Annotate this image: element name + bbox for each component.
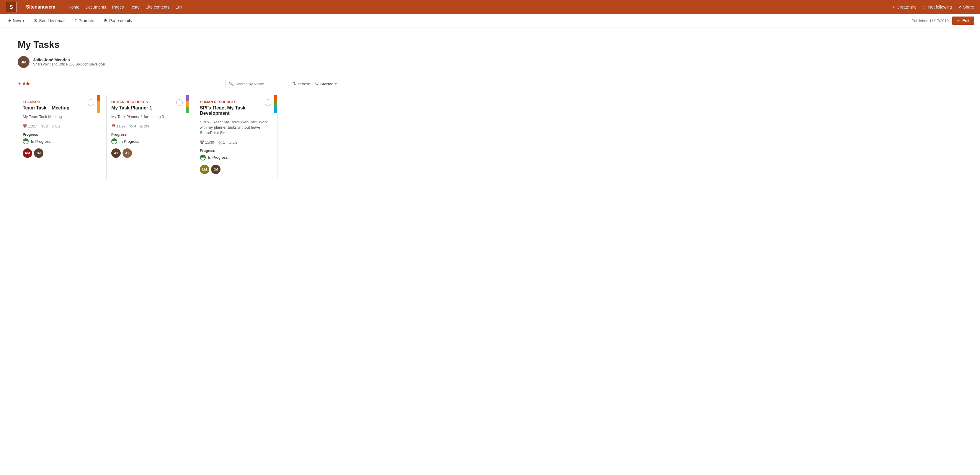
avatar: JM (18, 56, 30, 68)
send-email-label: Send by email (39, 18, 65, 23)
card-avatars: LM JM (200, 165, 272, 174)
site-logo: S (6, 2, 16, 13)
color-segment-1 (186, 95, 189, 101)
attachment-count: 2 (46, 124, 48, 128)
card-color-bar (186, 95, 189, 113)
nav-teste[interactable]: Teste (130, 5, 139, 10)
color-segment-2 (186, 101, 189, 107)
search-box[interactable]: 🔍 (226, 79, 288, 88)
card-check-button[interactable] (88, 99, 94, 106)
meta-date: 📅 11/30 (200, 140, 214, 145)
share-action[interactable]: ↗ Share (958, 5, 974, 10)
add-label: Add (23, 81, 31, 86)
nav-documents[interactable]: Documents (85, 5, 106, 10)
toolbar-left: + New ▾ ✉ Send by email ⤴ Promote ⚙ Page… (6, 17, 134, 24)
card-check-button[interactable] (265, 99, 271, 106)
new-button[interactable]: + New ▾ (6, 17, 27, 24)
not-following-action[interactable]: ☆ Not following (923, 5, 952, 10)
promote-label: Promote (78, 18, 94, 23)
card-meta: 📅 11/27 📎 2 ☑ 0/2 (23, 124, 95, 128)
card-progress-label: Progress (23, 132, 95, 137)
card-progress-label: Progress (111, 132, 184, 137)
new-chevron-icon: ▾ (23, 19, 24, 22)
toolbar-right: Published 11/17/2019 ✏ Edit (912, 16, 974, 25)
gear-icon: ⚙ (103, 18, 107, 23)
tasks-controls: 🔍 ↻ refresh ⛉ Started ▾ (226, 79, 337, 88)
share-icon: ↗ (958, 5, 961, 10)
top-nav-right: + Create site ☆ Not following ↗ Share (892, 5, 974, 10)
email-icon: ✉ (33, 18, 37, 23)
checklist-value: 0/2 (232, 140, 238, 145)
add-icon: + (18, 81, 21, 87)
nav-pages[interactable]: Pages (112, 5, 124, 10)
card-desc: My Task Planner 1 for testing 3 (111, 114, 184, 119)
card-meta: 📅 11/30 📎 1 ☑ 0/2 (200, 140, 272, 145)
card-color-bar (274, 95, 277, 113)
avatar: JM (34, 148, 43, 158)
new-plus-icon: + (8, 18, 11, 23)
share-label: Share (963, 5, 974, 10)
color-segment-3 (97, 107, 100, 113)
calendar-icon: 📅 (200, 140, 204, 145)
attachment-count: 1 (223, 140, 225, 145)
create-site-label: Create site (897, 5, 917, 10)
edit-button[interactable]: ✏ Edit (952, 16, 974, 25)
search-icon: 🔍 (229, 81, 234, 86)
nav-home[interactable]: Home (68, 5, 80, 10)
paperclip-icon: 📎 (40, 124, 45, 128)
attachment-count: 4 (134, 124, 136, 128)
send-email-button[interactable]: ✉ Send by email (31, 17, 68, 24)
avatar: A1 (111, 148, 121, 158)
card-avatars: RM JM (23, 148, 95, 158)
author-row: JM João José Mendes SharePoint and Offic… (18, 56, 337, 68)
color-segment-1 (97, 95, 100, 101)
star-icon: ☆ (923, 5, 926, 10)
card-progress-value: In Progress (111, 138, 184, 144)
add-button[interactable]: + Add (18, 81, 31, 87)
card-progress-value: In Progress (200, 155, 272, 160)
card-title: My Task Planner 1 (111, 105, 184, 111)
color-segment-1 (274, 95, 277, 101)
calendar-icon: 📅 (23, 124, 27, 128)
nav-site-contents[interactable]: Site contents (146, 5, 169, 10)
search-input[interactable] (235, 82, 285, 86)
color-segment-2 (97, 101, 100, 107)
card-bucket: Human Resources (200, 100, 272, 104)
author-role: SharePoint and Office 365 Solution Devel… (33, 62, 105, 67)
not-following-label: Not following (928, 5, 952, 10)
meta-attachments: 📎 1 (218, 140, 225, 145)
refresh-button[interactable]: ↻ refresh (293, 81, 310, 86)
meta-date: 📅 11/27 (23, 124, 37, 128)
progress-text: In Progress (31, 139, 51, 144)
avatar: JM (211, 165, 221, 174)
card-bucket: Human Resources (111, 100, 184, 104)
table-row: Human Resources My Task Planner 1 My Tas… (106, 95, 189, 179)
progress-icon (23, 138, 29, 144)
checkbox-icon: ☑ (229, 140, 232, 145)
card-title: Team Task – Meeting (23, 105, 95, 111)
date-value: 11/27 (28, 124, 37, 128)
meta-attachments: 📎 4 (129, 124, 136, 128)
color-segment-3 (186, 107, 189, 113)
card-meta: 📅 11/29 📎 4 ☑ 2/4 (111, 124, 184, 128)
nav-edit[interactable]: Edit (175, 5, 183, 10)
filter-button[interactable]: ⛉ Started ▾ (315, 82, 337, 86)
promote-button[interactable]: ⤴ Promote (72, 17, 97, 24)
card-title: SPFx React My Task – Development (200, 105, 272, 116)
author-initials: JM (21, 60, 26, 64)
pencil-icon: ✏ (957, 18, 961, 23)
color-segment-2 (274, 101, 277, 107)
refresh-icon: ↻ (293, 81, 297, 86)
cards-grid: TeamsRH Team Task – Meeting My Team Task… (18, 95, 337, 179)
color-segment-3 (274, 107, 277, 113)
card-desc: SPFx - React My Tasks Web Part, Work wit… (200, 119, 272, 136)
checklist-value: 2/4 (144, 124, 149, 128)
avatar: RM (23, 148, 32, 158)
avatar: A2 (123, 148, 132, 158)
page-details-button[interactable]: ⚙ Page details (101, 17, 134, 24)
filter-label: Started (320, 82, 334, 86)
page-content: My Tasks JM João José Mendes SharePoint … (0, 27, 354, 191)
card-check-button[interactable] (176, 99, 183, 106)
progress-text: In Progress (208, 155, 228, 160)
create-site-action[interactable]: + Create site (892, 5, 917, 10)
